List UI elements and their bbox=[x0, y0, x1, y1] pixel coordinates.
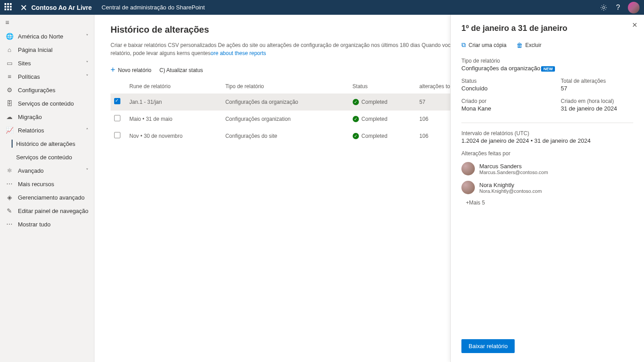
settings-icon[interactable] bbox=[597, 0, 611, 15]
learn-more-link[interactable]: ore about these reports bbox=[210, 50, 266, 56]
person-email: Marcus.Sanders@contoso.com bbox=[479, 170, 548, 175]
row-checkbox[interactable] bbox=[114, 115, 120, 121]
nav-item[interactable]: ⋯Mostrar tudo bbox=[0, 217, 94, 231]
nav-icon: ☁ bbox=[5, 113, 13, 121]
left-nav: ≡ 🌐América do Norte˅⌂Página Inicial▭Site… bbox=[0, 15, 94, 362]
user-avatar[interactable] bbox=[628, 2, 640, 13]
nav-item[interactable]: ⚙Configurações bbox=[0, 83, 94, 97]
nav-toggle-icon[interactable]: ≡ bbox=[0, 15, 94, 30]
nav-icon: ▭ bbox=[5, 59, 13, 67]
nav-icon: ◈ bbox=[5, 193, 13, 201]
nav-label: Página Inicial bbox=[18, 47, 52, 53]
delete-button[interactable]: 🗑Excluir bbox=[516, 41, 542, 49]
nav-label: Mostrar tudo bbox=[18, 221, 51, 228]
value-created-by: Mona Kane bbox=[461, 105, 534, 112]
close-icon[interactable]: ✕ bbox=[632, 21, 638, 29]
label-changes-by: Alterações feitas por bbox=[461, 150, 633, 157]
col-name[interactable]: Rune de relatório bbox=[126, 79, 222, 94]
person-name: Marcus Sanders bbox=[479, 163, 548, 170]
chevron-icon: ˅ bbox=[86, 60, 89, 66]
nav-label: América do Norte bbox=[18, 33, 63, 40]
col-status[interactable]: Status bbox=[349, 79, 416, 94]
nav-item[interactable]: ☁Migração bbox=[0, 110, 94, 124]
page-description: Criar e baixar relatórios CSV personaliz… bbox=[111, 41, 478, 57]
label-report-type: Tipo de relatório bbox=[461, 58, 633, 64]
copy-button[interactable]: ⧉Criar uma cópia bbox=[461, 41, 507, 49]
new-badge: NEW bbox=[541, 66, 555, 72]
row-checkbox[interactable] bbox=[114, 132, 120, 138]
nav-item[interactable]: ≡Políticas˅ bbox=[0, 70, 94, 83]
help-icon[interactable]: ? bbox=[611, 0, 625, 15]
chevron-icon: ˅ bbox=[86, 168, 89, 174]
nav-label: Serviços de conteúdo bbox=[16, 154, 72, 161]
nav-item[interactable]: ◈Gerenciamento avançado bbox=[0, 191, 94, 204]
nav-item[interactable]: 🗄Serviços de conteúdo bbox=[0, 97, 94, 110]
cell-status: ✓Completed bbox=[349, 128, 416, 145]
cell-name: Maio • 31 de maio bbox=[126, 111, 222, 128]
col-type[interactable]: Tipo de relatório bbox=[222, 79, 349, 94]
nav-label: Serviços de conteúdo bbox=[18, 100, 74, 107]
refresh-button[interactable]: C) Atualizar status bbox=[159, 67, 203, 73]
nav-icon: 🗄 bbox=[5, 99, 13, 107]
nav-label: Políticas bbox=[18, 73, 40, 80]
nav-label: Relatórios bbox=[18, 127, 44, 134]
person-avatar bbox=[461, 162, 475, 175]
nav-icon: ⋯ bbox=[5, 180, 13, 188]
details-panel: ✕ 1º de janeiro a 31 de janeiro ⧉Criar u… bbox=[450, 15, 644, 362]
label-range: Intervalo de relatórios (UTC) bbox=[461, 130, 633, 136]
value-range: 1.2024 de janeiro de 2024 • 31 de janeir… bbox=[461, 137, 633, 144]
nav-label: Gerenciamento avançado bbox=[18, 194, 85, 201]
nav-icon: ⚛ bbox=[5, 166, 13, 175]
nav-item[interactable]: ⋯Mais recursos bbox=[0, 177, 94, 191]
check-icon: ✓ bbox=[353, 133, 359, 139]
label-status: Status bbox=[461, 78, 534, 84]
copy-icon: ⧉ bbox=[461, 41, 466, 49]
nav-item[interactable]: ⌂Página Inicial bbox=[0, 43, 94, 56]
nav-label: Avançado bbox=[18, 167, 44, 174]
download-report-button[interactable]: Baixar relatório bbox=[461, 339, 515, 353]
person-name: Nora Knightly bbox=[479, 182, 542, 188]
row-checkbox[interactable] bbox=[114, 98, 120, 104]
nav-item[interactable]: ▭Sites˅ bbox=[0, 56, 94, 70]
nav-item[interactable]: ✎Editar painel de navegação bbox=[0, 204, 94, 217]
nav-item[interactable]: Histórico de alterações bbox=[0, 137, 94, 150]
label-total-changes: Total de alterações bbox=[561, 78, 633, 84]
nav-icon: 📈 bbox=[5, 126, 13, 134]
svg-point-0 bbox=[603, 6, 605, 9]
app-title: Central de administração do SharePoint bbox=[102, 4, 205, 11]
header-bar: Contoso Ao Ar Livre Central de administr… bbox=[0, 0, 644, 15]
nav-item[interactable]: ⚛Avançado˅ bbox=[0, 164, 94, 177]
chevron-icon: ˅ bbox=[86, 74, 89, 80]
nav-item[interactable]: 🌐América do Norte˅ bbox=[0, 30, 94, 43]
nav-label: Histórico de alterações bbox=[16, 141, 75, 147]
nav-icon: ⚙ bbox=[5, 86, 13, 94]
cell-type: Configurações da organização bbox=[222, 94, 349, 111]
cell-type: Configurações do site bbox=[222, 128, 349, 145]
person-item: Nora KnightlyNora.Knightly@contoso.com bbox=[461, 181, 633, 194]
nav-icon: ⌂ bbox=[5, 46, 13, 54]
nav-item[interactable]: Serviços de conteúdo bbox=[0, 150, 94, 164]
new-report-button[interactable]: +Novo relatório bbox=[111, 65, 151, 75]
person-item: Marcus SandersMarcus.Sanders@contoso.com bbox=[461, 162, 633, 175]
chevron-icon: ˄ bbox=[86, 128, 89, 133]
nav-icon: ✎ bbox=[5, 207, 13, 215]
check-icon: ✓ bbox=[353, 116, 359, 122]
cell-name: Nov • 30 de novembro bbox=[126, 128, 222, 145]
chevron-icon: ˅ bbox=[86, 34, 89, 39]
value-created-on: 31 de janeiro de 2024 bbox=[561, 105, 633, 112]
nav-label: Migração bbox=[18, 114, 42, 120]
nav-icon: ≡ bbox=[5, 72, 13, 81]
person-email: Nora.Knightly@contoso.com bbox=[479, 188, 542, 194]
nav-label: Mais recursos bbox=[18, 181, 54, 187]
cell-type: Configurações organization bbox=[222, 111, 349, 128]
more-people-link[interactable]: +Mais 5 bbox=[466, 200, 633, 206]
value-total-changes: 57 bbox=[561, 85, 633, 92]
person-avatar bbox=[461, 181, 475, 194]
plus-icon: + bbox=[111, 65, 115, 75]
app-launcher-icon[interactable] bbox=[4, 3, 13, 12]
nav-item[interactable]: 📈Relatórios˄ bbox=[0, 124, 94, 137]
nav-icon: 🌐 bbox=[5, 32, 13, 40]
nav-label: Editar painel de navegação bbox=[18, 208, 89, 214]
cell-status: ✓Completed bbox=[349, 111, 416, 128]
brand-icon bbox=[20, 4, 28, 12]
